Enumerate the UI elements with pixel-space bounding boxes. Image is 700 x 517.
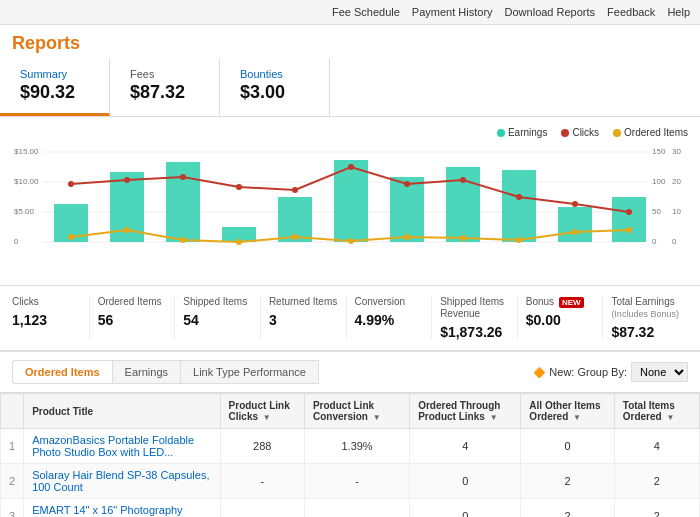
stat-total-value: $87.32	[611, 324, 680, 340]
col-total-items[interactable]: Total Items Ordered ▼	[614, 394, 699, 429]
svg-point-43	[348, 238, 354, 244]
table-header-row: Product Title Product Link Clicks ▼ Prod…	[1, 394, 700, 429]
svg-point-45	[460, 235, 466, 241]
stat-shipped-items: Shipped Items 54	[175, 296, 261, 340]
summary-cards: Summary $90.32 Fees $87.32 Bounties $3.0…	[0, 58, 700, 117]
svg-text:50: 50	[652, 207, 661, 216]
card-bounties-value: $3.00	[240, 82, 309, 103]
svg-point-41	[236, 239, 242, 245]
svg-point-42	[292, 234, 298, 240]
row-num: 2	[1, 464, 24, 499]
stat-revenue-label: Shipped Items Revenue	[440, 296, 509, 320]
stat-total-label: Total Earnings (Includes Bonus)	[611, 296, 680, 320]
svg-point-34	[460, 177, 466, 183]
row-conversion: -	[304, 499, 409, 518]
stat-total-earnings: Total Earnings (Includes Bonus) $87.32	[603, 296, 688, 340]
card-summary-value: $90.32	[20, 82, 89, 103]
svg-text:0: 0	[652, 237, 657, 246]
stat-shipped-label: Shipped Items	[183, 296, 252, 308]
stat-bonus: Bonus NEW $0.00	[518, 296, 604, 340]
legend-ordered: Ordered Items	[613, 127, 688, 138]
stat-ordered-value: 56	[98, 312, 167, 328]
svg-text:$10.00: $10.00	[14, 177, 39, 186]
svg-text:0: 0	[672, 237, 677, 246]
stat-ordered-items: Ordered Items 56	[90, 296, 176, 340]
row-clicks: -	[220, 464, 304, 499]
sort-icon-total: ▼	[666, 413, 674, 422]
col-ordered-through[interactable]: Ordered Through Product Links ▼	[410, 394, 521, 429]
svg-point-47	[572, 229, 578, 235]
clicks-dot	[561, 129, 569, 137]
stat-conversion: Conversion 4.99%	[347, 296, 433, 340]
svg-point-28	[124, 177, 130, 183]
nav-help[interactable]: Help	[667, 6, 690, 18]
stat-bonus-value: $0.00	[526, 312, 595, 328]
row-all-other: 0	[521, 429, 614, 464]
svg-point-38	[68, 234, 74, 240]
card-fees[interactable]: Fees $87.32	[110, 58, 220, 116]
nav-payment-history[interactable]: Payment History	[412, 6, 493, 18]
tab-link-type[interactable]: Link Type Performance	[181, 360, 319, 384]
legend-clicks: Clicks	[561, 127, 599, 138]
legend-clicks-label: Clicks	[572, 127, 599, 138]
svg-point-27	[68, 181, 74, 187]
svg-text:0: 0	[14, 237, 19, 246]
svg-point-31	[292, 187, 298, 193]
nav-feedback[interactable]: Feedback	[607, 6, 655, 18]
stat-ordered-label: Ordered Items	[98, 296, 167, 308]
sort-icon-conversion: ▼	[373, 413, 381, 422]
stat-returned-value: 3	[269, 312, 338, 328]
svg-point-40	[180, 237, 186, 243]
row-num: 1	[1, 429, 24, 464]
top-navigation: Fee Schedule Payment History Download Re…	[0, 0, 700, 25]
svg-point-39	[124, 227, 130, 233]
row-ordered-through: 4	[410, 429, 521, 464]
stat-revenue-value: $1,873.26	[440, 324, 509, 340]
tab-earnings[interactable]: Earnings	[113, 360, 181, 384]
card-summary[interactable]: Summary $90.32	[0, 58, 110, 116]
group-by-new-label: 🔶	[533, 367, 545, 378]
tab-ordered-items[interactable]: Ordered Items	[12, 360, 113, 384]
row-total: 2	[614, 499, 699, 518]
svg-point-44	[404, 234, 410, 240]
chart-svg: $15.00 $10.00 $5.00 0 150 100 50 0 30 20…	[12, 142, 688, 272]
svg-rect-24	[502, 170, 536, 242]
stat-clicks-value: 1,123	[12, 312, 81, 328]
legend-earnings: Earnings	[497, 127, 547, 138]
ordered-items-table: Product Title Product Link Clicks ▼ Prod…	[0, 393, 700, 517]
nav-fee-schedule[interactable]: Fee Schedule	[332, 6, 400, 18]
nav-download-reports[interactable]: Download Reports	[505, 6, 596, 18]
group-by-label: New: Group By:	[549, 366, 627, 378]
row-clicks: 288	[220, 429, 304, 464]
col-product-link-conversion[interactable]: Product Link Conversion ▼	[304, 394, 409, 429]
col-product-link-clicks[interactable]: Product Link Clicks ▼	[220, 394, 304, 429]
stat-total-sublabel: (Includes Bonus)	[611, 309, 679, 319]
sort-icon-ordered: ▼	[490, 413, 498, 422]
chart-legend: Earnings Clicks Ordered Items	[12, 127, 688, 138]
sort-icon-all-other: ▼	[573, 413, 581, 422]
new-badge: NEW	[559, 297, 584, 308]
table-row: 3 EMART 14" x 16" Photography Table Top …	[1, 499, 700, 518]
row-total: 4	[614, 429, 699, 464]
row-conversion: 1.39%	[304, 429, 409, 464]
svg-text:10: 10	[672, 207, 681, 216]
stat-shipped-value: 54	[183, 312, 252, 328]
col-all-other[interactable]: All Other Items Ordered ▼	[521, 394, 614, 429]
row-title: Solaray Hair Blend SP-38 Capsules, 100 C…	[24, 464, 220, 499]
card-bounties[interactable]: Bounties $3.00	[220, 58, 330, 116]
legend-ordered-label: Ordered Items	[624, 127, 688, 138]
row-all-other: 2	[521, 499, 614, 518]
table-container: Product Title Product Link Clicks ▼ Prod…	[0, 393, 700, 517]
row-title: EMART 14" x 16" Photography Table Top Li…	[24, 499, 220, 518]
row-all-other: 2	[521, 464, 614, 499]
svg-point-36	[572, 201, 578, 207]
col-product-title: Product Title	[24, 394, 220, 429]
stat-conversion-label: Conversion	[355, 296, 424, 308]
group-by-control: 🔶 New: Group By: None	[533, 362, 688, 382]
table-row: 2 Solaray Hair Blend SP-38 Capsules, 100…	[1, 464, 700, 499]
chart-area: Earnings Clicks Ordered Items $15.00 $10…	[0, 117, 700, 286]
svg-text:100: 100	[652, 177, 666, 186]
group-by-select[interactable]: None	[631, 362, 688, 382]
stat-conversion-value: 4.99%	[355, 312, 424, 328]
earnings-dot	[497, 129, 505, 137]
